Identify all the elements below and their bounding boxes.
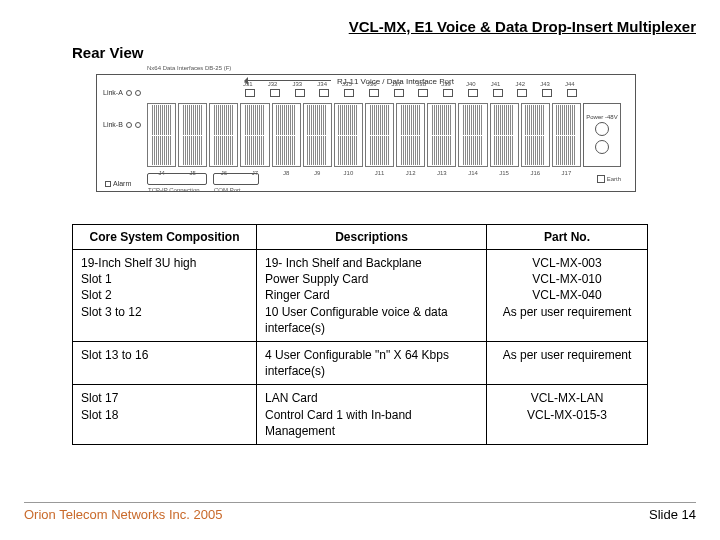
card-slot: J14 xyxy=(458,103,487,167)
col-header-composition: Core System Composition xyxy=(73,225,257,250)
table-row: 19-Inch Shelf 3U high Slot 1 Slot 2 Slot… xyxy=(73,250,648,342)
alarm-label: Alarm xyxy=(105,180,131,187)
rj-port xyxy=(567,89,577,97)
rj-port xyxy=(418,89,428,97)
footer: Orion Telecom Networks Inc. 2005 Slide 1… xyxy=(24,502,696,522)
earth-label: Earth xyxy=(597,175,621,183)
table-cell: VCL-MX-LAN VCL-MX-015-3 xyxy=(487,385,648,445)
col-header-partno: Part No. xyxy=(487,225,648,250)
led-icon xyxy=(135,122,141,128)
data-interfaces-label: Nx64 Data Interfaces DB-25 (F) xyxy=(147,65,231,71)
rj-port xyxy=(443,89,453,97)
alarm-led-icon xyxy=(105,181,111,187)
table-cell: As per user requirement xyxy=(487,341,648,384)
table-cell: LAN Card Control Card 1 with In-band Man… xyxy=(257,385,487,445)
table-cell: VCL-MX-003 VCL-MX-010 VCL-MX-040 As per … xyxy=(487,250,648,342)
link-b-label: Link-B xyxy=(103,121,141,128)
card-slot: J7 xyxy=(240,103,269,167)
table-row: Slot 17 Slot 18LAN Card Control Card 1 w… xyxy=(73,385,648,445)
rj-port xyxy=(394,89,404,97)
slot-row: J4J5J6J7J8J9J10J11J12J13J14J15J16J17Powe… xyxy=(147,103,621,167)
rj-port xyxy=(468,89,478,97)
card-slot: J5 xyxy=(178,103,207,167)
power-slot: Power -48V xyxy=(583,103,621,167)
card-slot: J17 xyxy=(552,103,581,167)
link-a-label: Link-A xyxy=(103,89,141,96)
led-icon xyxy=(126,122,132,128)
card-slot: J12 xyxy=(396,103,425,167)
rj-port xyxy=(245,89,255,97)
page-title: VCL-MX, E1 Voice & Data Drop-Insert Mult… xyxy=(24,18,696,35)
rj-port-row xyxy=(245,89,577,99)
bottom-connectors: Earth xyxy=(147,170,621,188)
table-header-row: Core System Composition Descriptions Par… xyxy=(73,225,648,250)
table-cell: Slot 13 to 16 xyxy=(73,341,257,384)
card-slot: J11 xyxy=(365,103,394,167)
card-slot: J15 xyxy=(490,103,519,167)
card-slot: J9 xyxy=(303,103,332,167)
rj-port xyxy=(542,89,552,97)
rj-port xyxy=(369,89,379,97)
led-icon xyxy=(126,90,132,96)
earth-icon xyxy=(597,175,605,183)
card-slot: J13 xyxy=(427,103,456,167)
rear-view-diagram: RJ-11 Voice / Data Interface Port Link-A… xyxy=(96,74,636,192)
card-slot: J4 xyxy=(147,103,176,167)
rj-port xyxy=(493,89,503,97)
table-cell: Slot 17 Slot 18 xyxy=(73,385,257,445)
table-row: Slot 13 to 164 User Configurable "n" X 6… xyxy=(73,341,648,384)
rj-port xyxy=(270,89,280,97)
card-slot: J10 xyxy=(334,103,363,167)
section-title: Rear View xyxy=(72,44,143,61)
com-port-connector xyxy=(213,173,259,185)
rj-port xyxy=(295,89,305,97)
led-icon xyxy=(135,90,141,96)
col-header-descriptions: Descriptions xyxy=(257,225,487,250)
tcp-ip-connector xyxy=(147,173,207,185)
slide-number: Slide 14 xyxy=(649,507,696,522)
company-label: Orion Telecom Networks Inc. 2005 xyxy=(24,507,222,522)
card-slot: J16 xyxy=(521,103,550,167)
composition-table: Core System Composition Descriptions Par… xyxy=(72,224,648,445)
table-cell: 19-Inch Shelf 3U high Slot 1 Slot 2 Slot… xyxy=(73,250,257,342)
rj-port xyxy=(344,89,354,97)
card-slot: J8 xyxy=(272,103,301,167)
card-slot: J6 xyxy=(209,103,238,167)
rj-port xyxy=(319,89,329,97)
table-cell: 4 User Configurable "n" X 64 Kbps interf… xyxy=(257,341,487,384)
table-cell: 19- Inch Shelf and Backplane Power Suppl… xyxy=(257,250,487,342)
rj-port xyxy=(517,89,527,97)
